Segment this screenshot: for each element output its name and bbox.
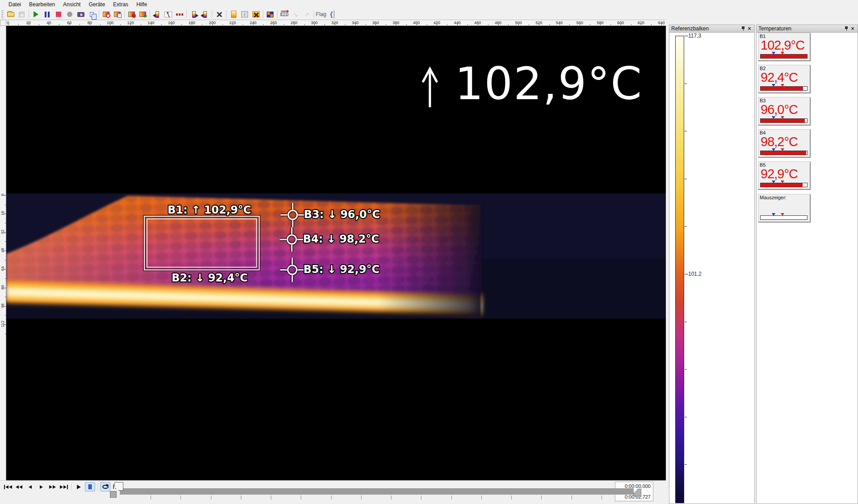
toolbar-grip[interactable] [1,10,4,18]
toolbar-separator [150,10,150,18]
rewind-button[interactable] [14,482,24,491]
marker-blue-icon[interactable] [772,52,775,55]
tools-o-button[interactable] [250,9,261,19]
marker-red-icon[interactable] [781,84,784,87]
bracket-button[interactable] [327,9,338,19]
hand-b-button[interactable] [301,9,312,19]
hand-a-icon [293,10,298,18]
ruler-tick [4,251,6,251]
step-back-button[interactable] [25,482,35,491]
card-value: 102,9°C [761,38,804,53]
ruler-tick [621,24,621,25]
marker-blue-icon[interactable] [772,116,775,119]
img-search-button[interactable] [101,9,112,19]
max-temperature-value: 102,9°C [455,58,643,110]
ruler-tick-minor [5,260,6,260]
skip-start-button[interactable] [3,482,13,491]
open-button[interactable] [5,9,16,19]
close-icon[interactable]: × [850,26,856,32]
timeline-tick [391,496,391,500]
record-button[interactable] [64,9,75,19]
flag-button[interactable]: Flag [315,9,327,19]
timeline-track[interactable] [120,488,634,495]
close-icon[interactable]: × [746,26,753,32]
toolbar: Flag [0,9,858,20]
timeline-position-handle[interactable] [110,491,117,498]
thermal-image[interactable]: B1: ↑ 102,9°CB2: ↓ 92,4°CB3: ↓ 96,0°CB4:… [6,26,666,480]
temperature-color-scale[interactable] [675,36,684,503]
temperatures-panel-header: Temperaturen × [757,25,858,33]
img-record-button[interactable] [126,9,137,19]
timeline-tick [421,496,421,500]
annotation-label-B3: B3: ↓ 96,0°C [304,208,380,221]
skip-end-button[interactable] [59,482,69,491]
curves-button[interactable] [163,9,174,19]
thermal-image-canvas[interactable]: B1: ↑ 102,9°CB2: ↓ 92,4°CB3: ↓ 96,0°CB4:… [6,26,666,480]
menu-item-geräte[interactable]: Geräte [84,0,109,8]
updown-button[interactable] [239,9,250,19]
ruler-tick [253,24,253,25]
marker-red-icon[interactable] [781,116,784,119]
ruler-tick [498,24,499,25]
copy-icon [90,12,94,17]
annotation-B2[interactable]: B2: ↓ 92,4°C [172,272,248,284]
loop-button[interactable] [100,482,110,491]
pin-icon[interactable] [740,26,746,32]
transport-controls [3,482,122,491]
ruler-tick-minor [202,24,202,25]
marker-red-icon[interactable] [781,148,784,151]
quad-button[interactable] [265,9,276,19]
img-play-button[interactable] [137,9,148,19]
pal-right-button[interactable] [188,9,199,19]
marker-red-icon[interactable] [781,213,784,216]
marker-red-icon[interactable] [781,181,784,183]
camera-button[interactable] [75,9,86,19]
ruler-tick [151,24,151,25]
ruler-tick [273,24,274,25]
hand-a-button[interactable] [290,9,301,19]
ruler-tick-minor [488,24,488,25]
ruler-tick [212,24,213,25]
play-button[interactable] [74,482,84,491]
save-button[interactable] [16,9,27,19]
ruler-tick-minor [181,24,182,25]
panel-splitter[interactable] [666,20,669,504]
pal-left-button[interactable] [199,9,210,19]
ruler-tick-minor [263,24,264,25]
img-copy-button[interactable] [112,9,123,19]
pin-icon[interactable] [843,26,850,32]
ruler-left-label: 96 [0,301,5,311]
flag-label: Flag [315,11,328,17]
ruler-tick-minor [161,24,162,25]
marker-blue-icon[interactable] [772,84,775,87]
menu-item-hilfe[interactable]: Hilfe [132,0,151,8]
dashes-icon [176,13,183,16]
marker-blue-icon[interactable] [772,148,775,151]
measure-button[interactable] [279,9,290,19]
ruler-tick-minor [366,24,366,25]
copy-button[interactable] [86,9,97,19]
stop-button[interactable] [53,9,64,19]
ruler-tick [457,24,458,25]
menu-item-datei[interactable]: Datei [4,0,25,8]
grad-button[interactable] [228,9,239,19]
play-button[interactable] [30,9,42,19]
scale-tick [685,84,687,84]
ruler-tick-minor [5,278,6,279]
menu-item-extras[interactable]: Extras [109,0,132,8]
timeline-tick [601,496,602,500]
marker-blue-icon[interactable] [772,181,775,183]
tools-button[interactable] [214,9,225,19]
ruler-tick [110,24,110,25]
marker-red-icon[interactable] [781,52,784,55]
pause-button[interactable] [85,482,95,491]
menu-item-ansicht[interactable]: Ansicht [59,0,84,8]
dashes-button[interactable] [174,9,185,19]
pause-button[interactable] [42,9,53,19]
marker-blue-icon[interactable] [772,213,775,216]
step-forward-button[interactable] [36,482,46,491]
pal-pick-button[interactable] [151,9,163,19]
menu-item-bearbeiten[interactable]: Bearbeiten [25,0,59,8]
ruler-tick [192,24,192,25]
fast-forward-button[interactable] [47,482,58,491]
